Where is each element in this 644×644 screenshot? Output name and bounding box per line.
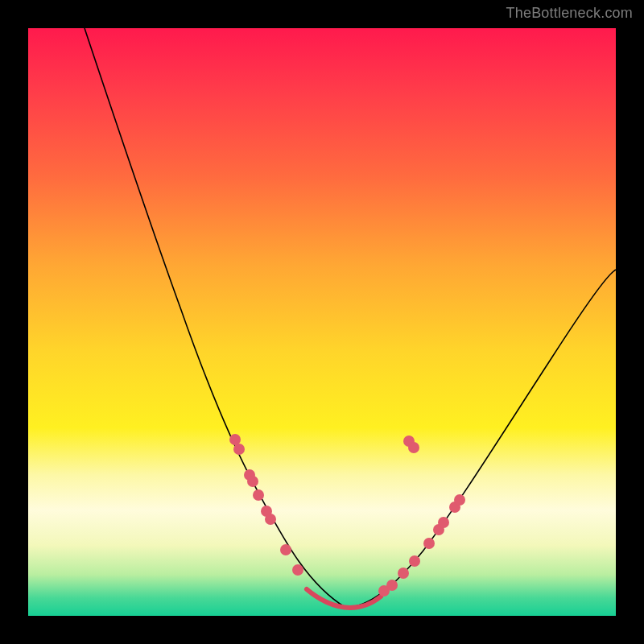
watermark-text: TheBottleneck.com: [506, 5, 633, 22]
marker-dot: [454, 494, 465, 506]
marker-group: [229, 434, 465, 597]
marker-dot: [386, 580, 398, 591]
marker-dot: [423, 538, 435, 549]
marker-dot: [408, 442, 419, 453]
marker-dot: [253, 489, 264, 501]
marker-dot: [438, 517, 449, 528]
marker-dot: [409, 555, 420, 567]
gradient-plot-area: [28, 28, 616, 616]
plot-svg: [28, 28, 616, 616]
marker-dot: [247, 476, 258, 487]
curve-bottom-highlight: [307, 589, 381, 608]
marker-dot: [398, 568, 409, 579]
marker-dot: [265, 514, 276, 525]
marker-dot: [280, 544, 291, 555]
marker-dot: [292, 564, 303, 576]
marker-dot: [233, 444, 245, 455]
marker-dot: [229, 434, 241, 445]
bottleneck-curve: [85, 28, 616, 608]
